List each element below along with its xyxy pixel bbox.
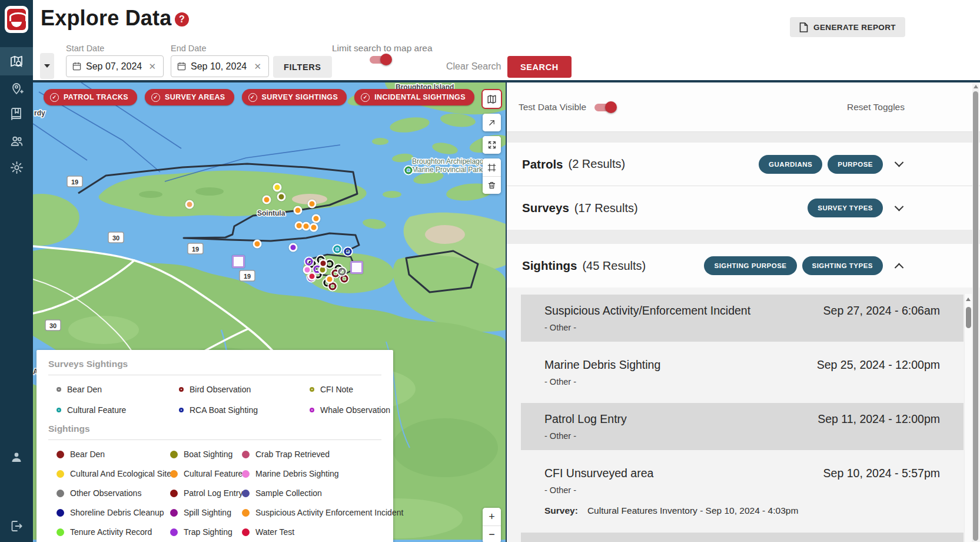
map-legend: Surveys SightingsBear DenBird Observatio… <box>36 350 393 542</box>
map-marker-dot[interactable] <box>312 214 321 223</box>
legend-item: Cultural Feature <box>170 469 242 478</box>
section-patrols[interactable]: Patrols (2 Results) GUARDIANSPURPOSE <box>507 143 980 186</box>
map-place-label: rdy <box>34 109 45 117</box>
list-scrollbar[interactable] <box>964 294 972 542</box>
map-marker-dot[interactable] <box>185 200 194 209</box>
panel-scrollbar[interactable] <box>972 83 979 542</box>
legend-item-label: RCA Boat Sighting <box>190 405 258 415</box>
sidebar-item-settings[interactable] <box>0 154 33 181</box>
legend-dot-icon <box>242 470 250 478</box>
legend-divider <box>48 439 381 440</box>
map-marker-dot[interactable] <box>294 206 303 215</box>
legend-section-title: Sightings <box>48 424 381 434</box>
map-marker-ring[interactable] <box>344 248 352 256</box>
filter-pill-survey-types[interactable]: SURVEY TYPES <box>808 199 883 217</box>
fullscreen-button[interactable] <box>483 136 501 154</box>
map-marker-ring[interactable] <box>338 268 346 276</box>
road-shield-label: 30 <box>49 322 57 329</box>
result-item[interactable]: Patrol Log EntrySep 11, 2024 - 12:00pm- … <box>521 403 964 450</box>
scroll-up-icon[interactable] <box>974 85 978 88</box>
section-sightings[interactable]: Sightings (45 Results) SIGHTING PURPOSES… <box>507 244 980 287</box>
sidebar-item-logout[interactable] <box>0 513 33 540</box>
reset-toggles-link[interactable]: Reset Toggles <box>847 102 905 113</box>
chevron-up-icon[interactable] <box>895 263 904 272</box>
map-marker-ring[interactable] <box>341 275 348 283</box>
start-date-input[interactable]: Sep 07, 2024 ✕ <box>66 55 164 77</box>
test-data-label: Test Data Visible <box>519 102 586 113</box>
map-marker-dot[interactable] <box>273 183 282 192</box>
layer-toggle-patrol-tracks[interactable]: ✓PATROL TRACKS <box>44 89 137 105</box>
end-date-input[interactable]: Sep 10, 2024 ✕ <box>171 55 269 77</box>
draw-rectangle-button[interactable] <box>483 158 501 176</box>
result-item[interactable]: Suspicious Activity/Enforcement Incident… <box>521 295 964 342</box>
map-marker-square[interactable] <box>350 261 363 274</box>
sightings-title: Sightings <box>522 259 577 273</box>
test-data-toggle[interactable] <box>594 101 616 113</box>
clear-search-link[interactable]: Clear Search <box>441 57 506 77</box>
map-marker-dot[interactable] <box>310 223 318 232</box>
scrollbar-thumb[interactable] <box>973 91 978 541</box>
map-marker-ring[interactable] <box>334 246 341 253</box>
layer-toggle-survey-sightings[interactable]: ✓SURVEY SIGHTINGS <box>242 89 347 105</box>
sidebar-item-library[interactable] <box>0 100 33 127</box>
filter-pill-purpose[interactable]: PURPOSE <box>828 155 883 174</box>
scrollbar-thumb[interactable] <box>966 307 971 328</box>
map-marker-ring[interactable] <box>405 167 413 174</box>
results-panel: Test Data Visible Reset Toggles Patrols … <box>507 82 980 542</box>
sidebar-item-explore-data[interactable] <box>0 47 33 75</box>
map-marker-dot[interactable] <box>253 240 262 249</box>
map-marker-square[interactable] <box>232 255 245 268</box>
map-marker-ring[interactable] <box>305 258 313 266</box>
main-area: Explore Data ? GENERATE REPORT Start Dat… <box>33 0 980 542</box>
chevron-down-icon[interactable] <box>895 158 904 167</box>
map-marker-dot[interactable] <box>308 200 317 209</box>
legend-item-label: Whale Observation <box>320 405 390 415</box>
section-surveys[interactable]: Surveys (17 Results) SURVEY TYPES <box>507 186 980 230</box>
app-logo[interactable] <box>5 6 28 33</box>
layer-toggle-incidental-sightings[interactable]: ✓INCIDENTAL SIGHTINGS <box>354 89 474 105</box>
sidebar-item-profile[interactable] <box>0 444 33 471</box>
end-date-value: Sep 10, 2024 <box>191 61 247 72</box>
map-marker-dot[interactable] <box>263 196 271 204</box>
gear-icon <box>9 160 24 175</box>
survey-label: Survey: <box>544 505 578 515</box>
zoom-out-button[interactable]: − <box>483 526 501 542</box>
legend-dot-icon <box>57 451 64 458</box>
layer-toggle-survey-areas[interactable]: ✓SURVEY AREAS <box>145 89 234 105</box>
map-panel[interactable]: Broughton IslandBroughton ArchipelagoMar… <box>33 82 507 542</box>
map-marker-dot[interactable] <box>303 266 312 275</box>
limit-search-toggle[interactable] <box>370 54 391 65</box>
share-arrow-button[interactable] <box>483 114 501 131</box>
zoom-in-button[interactable]: + <box>483 508 501 526</box>
map-marker-dot[interactable] <box>277 193 286 201</box>
result-item[interactable]: Marine Debris SightingSep 25, 2024 - 12:… <box>521 349 964 396</box>
sidebar-item-add-location[interactable] <box>0 75 33 102</box>
legend-item: Boat Sighting <box>170 450 242 459</box>
filter-pill-sighting-types[interactable]: SIGHTING TYPES <box>802 256 883 275</box>
filters-button[interactable]: FILTERS <box>273 56 332 78</box>
map-style-button[interactable] <box>483 90 501 108</box>
generate-report-button[interactable]: GENERATE REPORT <box>790 17 905 37</box>
legend-section-title: Surveys Sightings <box>48 359 381 369</box>
sidebar-item-users[interactable] <box>0 127 33 154</box>
legend-dot-icon <box>242 451 250 458</box>
start-date-clear-icon[interactable]: ✕ <box>147 61 157 72</box>
result-item[interactable]: CFI Unsurveyed areaSep 10, 2024 - 5:57pm… <box>521 457 964 526</box>
search-button[interactable]: SEARCH <box>507 56 572 78</box>
filter-pill-guardians[interactable]: GUARDIANS <box>759 155 822 174</box>
search-presets-dropdown[interactable] <box>40 53 54 79</box>
help-icon[interactable]: ? <box>175 12 189 27</box>
users-icon <box>9 134 24 148</box>
map-share-control <box>483 114 501 131</box>
end-date-label: End Date <box>171 44 206 53</box>
result-item-partial[interactable] <box>521 533 964 542</box>
chevron-down-icon[interactable] <box>895 201 904 211</box>
filter-pill-sighting-purpose[interactable]: SIGHTING PURPOSE <box>704 256 796 275</box>
map-marker-dot[interactable] <box>319 259 328 268</box>
delete-shape-button[interactable] <box>483 176 501 194</box>
end-date-clear-icon[interactable]: ✕ <box>253 61 263 72</box>
map-marker-dot[interactable] <box>289 243 298 252</box>
map-marker-dot[interactable] <box>325 275 334 284</box>
scroll-up-icon[interactable] <box>966 298 971 301</box>
survey-value: Cultural Features Inventory - Sep 10, 20… <box>587 505 798 515</box>
